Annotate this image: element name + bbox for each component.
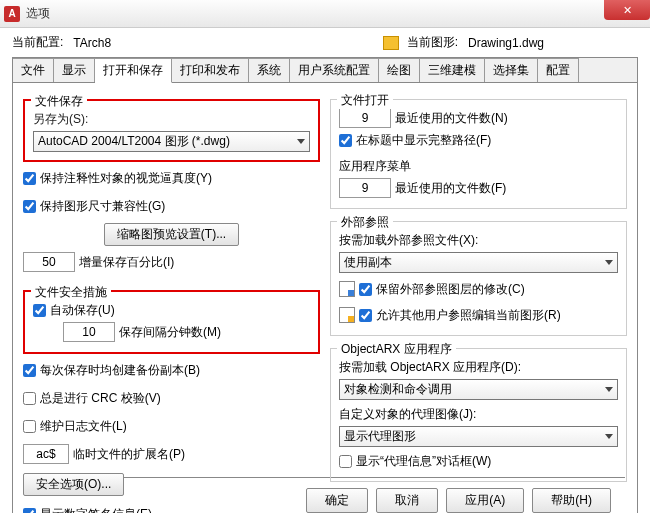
tab-selection[interactable]: 选择集 [485,58,538,82]
appmenu-recent-input[interactable] [339,178,391,198]
thumbnail-settings-button[interactable]: 缩略图预览设置(T)... [104,223,239,246]
fullpath-label: 在标题中显示完整路径(F) [356,132,491,149]
temp-ext-input[interactable] [23,444,69,464]
xref-edit-icon [339,307,355,323]
xref-allow-checkbox[interactable] [359,309,372,322]
chevron-down-icon [297,139,305,144]
tab-system[interactable]: 系统 [249,58,290,82]
tab-plot[interactable]: 打印和发布 [172,58,249,82]
appmenu-recent-label: 最近使用的文件数(F) [395,180,506,197]
autosave-interval-input[interactable] [63,322,115,342]
crc-checkbox[interactable] [23,392,36,405]
group-security: 文件安全措施 自动保存(U) 保存间隔分钟数(M) [23,290,320,354]
save-as-label: 另存为(S): [33,109,310,129]
arx-proxy-combo[interactable]: 显示代理图形 [339,426,618,447]
group-security-title: 文件安全措施 [31,284,111,301]
profile-row: 当前配置: TArch8 当前图形: Drawing1.dwg [0,28,650,57]
crc-label: 总是进行 CRC 校验(V) [40,390,161,407]
group-file-open: 文件打开 最近使用的文件数(N) 在标题中显示完整路径(F) 应用程序菜单 最近… [330,99,627,209]
temp-ext-label: 临时文件的扩展名(P) [73,446,185,463]
tab-profiles[interactable]: 配置 [538,58,579,82]
current-drawing-label: 当前图形: [407,34,458,51]
group-file-save-title: 文件保存 [31,93,87,110]
autosave-interval-label: 保存间隔分钟数(M) [119,324,221,341]
arx-proxy-label: 自定义对象的代理图像(J): [339,404,618,424]
current-profile-label: 当前配置: [12,34,63,51]
group-arx-title: ObjectARX 应用程序 [337,341,456,358]
app-icon: A [4,6,20,22]
apply-button[interactable]: 应用(A) [446,488,524,513]
security-options-button[interactable]: 安全选项(O)... [23,473,124,496]
appmenu-title: 应用程序菜单 [339,156,618,176]
chevron-down-icon [605,260,613,265]
fullpath-checkbox[interactable] [339,134,352,147]
xref-retain-label: 保留外部参照图层的修改(C) [376,281,525,298]
group-xref: 外部参照 按需加载外部参照文件(X): 使用副本 保留外部参照图层的修改(C) … [330,221,627,336]
xref-retain-checkbox[interactable] [359,283,372,296]
tab-display[interactable]: 显示 [54,58,95,82]
save-as-value: AutoCAD 2004/LT2004 图形 (*.dwg) [38,133,230,150]
help-button[interactable]: 帮助(H) [532,488,611,513]
cancel-button[interactable]: 取消 [376,488,438,513]
xref-demand-label: 按需加载外部参照文件(X): [339,230,618,250]
drawing-icon [383,36,399,50]
tab-open-save[interactable]: 打开和保存 [95,58,172,83]
backup-label: 每次保存时均创建备份副本(B) [40,362,200,379]
group-arx: ObjectARX 应用程序 按需加载 ObjectARX 应用程序(D): 对… [330,348,627,482]
autosave-checkbox[interactable] [33,304,46,317]
arx-demand-value: 对象检测和命令调用 [344,381,452,398]
arx-proxy-value: 显示代理图形 [344,428,416,445]
chevron-down-icon [605,387,613,392]
tab-drafting[interactable]: 绘图 [379,58,420,82]
close-button[interactable]: ✕ [604,0,650,20]
keep-size-checkbox[interactable] [23,200,36,213]
log-label: 维护日志文件(L) [40,418,127,435]
digital-sig-checkbox[interactable] [23,508,36,514]
titlebar: A 选项 ✕ [0,0,650,28]
save-as-combo[interactable]: AutoCAD 2004/LT2004 图形 (*.dwg) [33,131,310,152]
tab-row: 文件 显示 打开和保存 打印和发布 系统 用户系统配置 绘图 三维建模 选择集 … [13,58,637,83]
tab-user-pref[interactable]: 用户系统配置 [290,58,379,82]
autosave-label: 自动保存(U) [50,302,115,319]
xref-demand-value: 使用副本 [344,254,392,271]
current-drawing-value: Drawing1.dwg [468,36,638,50]
keep-annot-checkbox[interactable] [23,172,36,185]
window-title: 选项 [26,5,50,22]
log-checkbox[interactable] [23,420,36,433]
group-file-open-title: 文件打开 [337,92,393,109]
tab-file[interactable]: 文件 [13,58,54,82]
xref-demand-combo[interactable]: 使用副本 [339,252,618,273]
incremental-save-input[interactable] [23,252,75,272]
tab-3d[interactable]: 三维建模 [420,58,485,82]
xref-allow-label: 允许其他用户参照编辑当前图形(R) [376,307,561,324]
ok-button[interactable]: 确定 [306,488,368,513]
arx-demand-label: 按需加载 ObjectARX 应用程序(D): [339,357,618,377]
proxy-dialog-checkbox[interactable] [339,455,352,468]
group-xref-title: 外部参照 [337,214,393,231]
current-profile-value: TArch8 [73,36,243,50]
keep-size-label: 保持图形尺寸兼容性(G) [40,198,165,215]
tab-container: 文件 显示 打开和保存 打印和发布 系统 用户系统配置 绘图 三维建模 选择集 … [12,57,638,513]
keep-annot-label: 保持注释性对象的视觉逼真度(Y) [40,170,212,187]
proxy-dialog-label: 显示“代理信息”对话框(W) [356,453,491,470]
xref-layer-icon [339,281,355,297]
incremental-save-label: 增量保存百分比(I) [79,254,174,271]
recent-files-input[interactable] [339,108,391,128]
group-file-save: 文件保存 另存为(S): AutoCAD 2004/LT2004 图形 (*.d… [23,99,320,162]
digital-sig-label: 显示数字签名信息(E) [40,506,152,514]
recent-files-label: 最近使用的文件数(N) [395,110,508,127]
arx-demand-combo[interactable]: 对象检测和命令调用 [339,379,618,400]
chevron-down-icon [605,434,613,439]
backup-checkbox[interactable] [23,364,36,377]
